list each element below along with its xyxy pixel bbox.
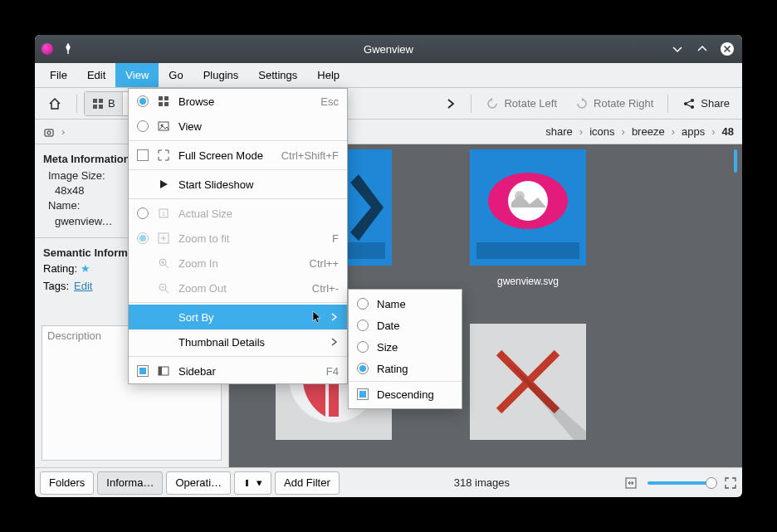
sort-rating[interactable]: Rating [349,358,462,379]
cursor-icon [312,310,322,324]
app-window: Gwenview File Edit View Go Plugins Setti… [35,35,742,497]
radio-icon [357,298,369,310]
dd-slideshow[interactable]: Start Slideshow [129,172,347,197]
menu-help[interactable]: Help [307,63,349,87]
tab-operations[interactable]: Operati… [166,471,231,495]
dd-actual-size: 1 Actual Size [129,201,347,226]
svg-point-7 [691,105,694,109]
bc-current[interactable]: 48 [722,125,734,138]
svg-rect-3 [93,105,97,109]
menu-go[interactable]: Go [159,63,193,87]
home-button[interactable] [40,91,70,116]
scrollbar[interactable] [734,149,737,173]
sort-size[interactable]: Size [349,336,462,358]
rating-label: Rating: [43,262,77,275]
sort-descending[interactable]: Descending [349,383,462,405]
rotate-left-button[interactable]: Rotate Left [478,91,564,116]
window-title: Gwenview [35,43,742,56]
tab-folders[interactable]: Folders [40,471,94,495]
bc-share[interactable]: share [545,125,573,138]
svg-text:1: 1 [162,211,165,217]
rotate-right-button[interactable]: Rotate Right [568,91,661,116]
svg-rect-23 [159,96,163,100]
grid-icon [157,95,170,108]
dd-thumbnail-details[interactable]: Thumbnail Details [129,329,347,354]
chevron-right-icon: › [61,125,65,138]
menu-edit[interactable]: Edit [77,63,115,87]
svg-rect-24 [164,96,169,100]
svg-rect-1 [93,99,97,103]
zoom-fit-icon [157,232,170,245]
svg-rect-2 [99,99,103,103]
radio-icon [137,95,149,107]
chevron-right-icon [330,313,339,321]
fullscreen-icon [157,149,170,162]
menubar: File Edit View Go Plugins Settings Help [35,63,742,88]
menu-plugins[interactable]: Plugins [193,63,249,87]
radio-icon [357,320,369,331]
sort-name[interactable]: Name [349,293,462,315]
chevron-right-icon [330,338,339,346]
menu-view[interactable]: View [115,63,159,87]
minimize-button[interactable] [669,41,686,57]
svg-rect-8 [45,129,53,136]
sidebar-icon [157,364,170,378]
browse-mode-button[interactable]: B [85,92,123,115]
radio-icon [357,341,369,353]
radio-icon [137,120,149,132]
fit-width-icon[interactable] [624,476,638,490]
pin-button[interactable] [60,41,76,57]
thumbnail-item[interactable] [470,324,586,440]
view-dropdown: Browse Esc View Full Screen Mode Ctrl+Sh… [128,88,348,384]
close-button[interactable] [719,41,735,57]
nav-forward-button[interactable] [437,91,464,116]
zoom-out-icon [157,281,170,295]
dd-fullscreen[interactable]: Full Screen Mode Ctrl+Shift+F [129,143,347,168]
tags-edit-link[interactable]: Edit [74,280,92,292]
thumbnail-gwenview[interactable]: gwenview.svg [470,149,586,266]
radio-icon [137,232,149,244]
dd-view[interactable]: View [129,114,347,139]
svg-rect-26 [164,102,169,106]
svg-point-9 [47,131,51,134]
star-icon[interactable]: ★ [81,262,90,275]
play-icon [157,178,170,191]
bc-icons[interactable]: icons [589,125,614,138]
bottombar: Folders Informa… Operati… ▾ Add Filter 3… [35,467,742,497]
sort-submenu: Name Date Size Rating Descending [348,289,462,409]
checkbox-icon [357,388,369,400]
zoom-actual-icon: 1 [157,207,170,220]
tab-information[interactable]: Informa… [97,471,163,495]
menu-settings[interactable]: Settings [248,63,307,87]
bc-breeze[interactable]: breeze [632,125,665,138]
zoom-slider[interactable] [648,481,714,485]
add-filter-button[interactable]: Add Filter [275,471,340,495]
tags-label: Tags: [43,280,69,292]
dd-zoom-fit: Zoom to fit F [129,226,347,251]
dd-browse[interactable]: Browse Esc [129,89,347,114]
maximize-button[interactable] [694,41,711,57]
svg-rect-25 [159,102,163,106]
checkbox-icon [137,149,149,161]
zoom-in-icon [157,256,170,270]
svg-point-6 [691,99,694,102]
svg-rect-13 [476,242,579,259]
svg-rect-35 [159,367,162,375]
fullscreen-icon[interactable] [724,476,737,490]
dd-zoom-out: Zoom Out Ctrl+- [129,276,347,300]
dd-zoom-in: Zoom In Ctrl++ [129,251,347,276]
bc-apps[interactable]: apps [682,125,705,138]
status-text: 318 images [343,476,621,489]
thumbnail-label: gwenview.svg [470,276,586,287]
menu-file[interactable]: File [40,63,77,87]
titlebar: Gwenview [35,35,742,63]
checkbox-icon [137,365,149,377]
share-button[interactable]: Share [675,91,737,116]
app-icon [42,43,53,55]
bc-root[interactable] [43,126,55,138]
dd-sidebar[interactable]: Sidebar F4 [129,359,347,383]
thumbnail-size-button[interactable]: ▾ [234,471,271,495]
dd-sort-by[interactable]: Sort By [129,305,347,329]
sort-date[interactable]: Date [349,315,462,336]
radio-icon [357,363,369,374]
